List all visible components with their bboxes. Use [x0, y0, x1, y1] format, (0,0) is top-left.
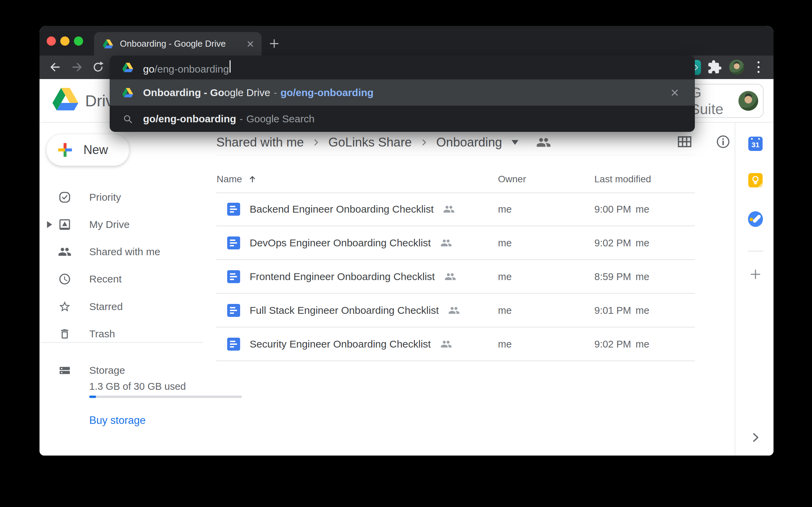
new-button[interactable]: New [46, 134, 129, 166]
forward-icon[interactable] [70, 60, 84, 74]
tab-bar: Onboarding - Google Drive [40, 26, 774, 56]
sidebar-item-shared-with-me[interactable]: Shared with me [40, 238, 203, 265]
sidebar-divider [40, 342, 203, 343]
breadcrumb-shared-with-me[interactable]: Shared with me [216, 135, 304, 150]
table-row[interactable]: Security Engineer Onboarding Checklist m… [216, 327, 695, 361]
chevron-right-icon [311, 138, 321, 147]
sidebar-item-starred[interactable]: Starred [40, 293, 203, 320]
suggestion-drive-result[interactable]: Onboarding - Google Drive-go/eng-onboard… [110, 79, 695, 106]
file-name: Security Engineer Onboarding Checklist [250, 338, 431, 350]
file-name: Full Stack Engineer Onboarding Checklist [250, 305, 439, 316]
sidebar-item-my-drive[interactable]: My Drive [40, 211, 203, 238]
table-row[interactable]: Backend Engineer Onboarding Checklist me… [216, 193, 695, 226]
zoom-window-button[interactable] [74, 36, 83, 46]
shared-people-icon [440, 338, 452, 350]
folder-menu-caret-icon[interactable] [512, 140, 518, 145]
tab-title: Onboarding - Google Drive [120, 39, 246, 49]
column-header-name[interactable]: Name [217, 174, 257, 185]
address-bar[interactable]: go/eng-onboarding [110, 56, 695, 79]
google-drive-logo-icon[interactable] [52, 88, 78, 112]
column-header-owner[interactable]: Owner [498, 174, 526, 185]
shared-people-icon [443, 203, 455, 215]
breadcrumb-onboarding[interactable]: Onboarding [436, 135, 502, 150]
browser-profile-avatar[interactable] [729, 60, 744, 75]
file-name: Frontend Engineer Onboarding Checklist [250, 271, 435, 282]
storage-usage-text: 1.3 GB of 30 GB used [89, 381, 186, 392]
url-input[interactable]: go/eng-onboarding [143, 60, 231, 75]
google-docs-icon [227, 304, 240, 317]
new-button-label: New [83, 143, 108, 157]
shared-people-icon [448, 305, 460, 316]
expand-arrow-icon[interactable] [47, 221, 52, 228]
sort-ascending-icon[interactable] [248, 174, 257, 184]
browser-tab[interactable]: Onboarding - Google Drive [94, 32, 262, 56]
my-drive-icon [58, 218, 72, 231]
breadcrumb-golinks-share[interactable]: GoLinks Share [328, 135, 412, 150]
info-icon[interactable] [716, 134, 731, 149]
grid-view-icon[interactable] [677, 136, 692, 148]
sidebar-label: Priority [89, 191, 121, 203]
calendar-icon[interactable]: 31 [748, 137, 763, 151]
browser-menu-icon[interactable] [758, 61, 760, 73]
sidebar-label: My Drive [89, 219, 129, 230]
file-table: Backend Engineer Onboarding Checklist me… [216, 193, 695, 361]
sidebar-label: Starred [89, 301, 123, 312]
side-panel-divider [735, 122, 735, 456]
sidebar-item-recent[interactable]: Recent [40, 265, 203, 293]
file-modified-time: 9:02 PM [594, 339, 631, 350]
sidebar-item-trash[interactable]: Trash [40, 320, 203, 348]
suggestion-url: go/eng-onboarding [280, 87, 373, 98]
tab-close-icon[interactable] [246, 40, 255, 48]
add-addon-icon[interactable] [748, 267, 763, 281]
sidebar-label: Recent [89, 273, 122, 285]
file-modified-time: 9:00 PM [594, 204, 631, 215]
file-modified-time: 9:01 PM [594, 305, 631, 316]
table-row[interactable]: Full Stack Engineer Onboarding Checklist… [216, 294, 695, 327]
breadcrumb-divider [216, 155, 695, 155]
file-owner: me [498, 237, 512, 249]
omnibox-popup: go/eng-onboarding Onboarding - Google Dr… [110, 56, 695, 132]
storage-progress-fill [89, 396, 96, 398]
shared-people-icon [444, 271, 456, 282]
new-tab-button[interactable] [268, 38, 280, 49]
sidebar-item-storage[interactable]: Storage [40, 357, 203, 384]
account-avatar[interactable] [738, 91, 758, 111]
tasks-icon[interactable] [748, 211, 763, 227]
suggestion-google-search[interactable]: go/eng-onboarding-Google Search [110, 106, 695, 132]
gsuite-label: G Suite [690, 84, 738, 118]
name-column-label: Name [217, 174, 242, 185]
file-modified-by: me [636, 271, 649, 282]
google-drive-favicon-icon [103, 40, 113, 48]
trash-icon [58, 328, 72, 340]
shared-folder-icon[interactable] [536, 135, 551, 150]
collapse-panel-chevron-icon[interactable] [748, 431, 763, 444]
people-icon [58, 245, 72, 259]
column-header-last-modified[interactable]: Last modified [594, 174, 651, 185]
back-icon[interactable] [48, 60, 62, 74]
sidebar-label: Trash [89, 328, 115, 340]
keep-icon[interactable] [748, 173, 763, 187]
calendar-day-label: 31 [751, 141, 759, 149]
minimize-window-button[interactable] [60, 36, 69, 46]
extensions-puzzle-icon[interactable] [707, 60, 722, 75]
table-row[interactable]: DevOps Engineer Onboarding Checklist me … [216, 226, 695, 260]
reload-icon[interactable] [91, 60, 105, 74]
drive-page: Drive G Suite New Priority [40, 79, 774, 456]
suggestion-title-bold: Onboarding - Go [143, 87, 224, 98]
file-owner: me [498, 204, 512, 215]
browser-window: Onboarding - Google Drive [40, 26, 774, 456]
file-list-panel: Shared with me GoLinks Share Onboarding [216, 122, 695, 456]
file-modified-time: 9:02 PM [594, 237, 631, 249]
table-row[interactable]: Frontend Engineer Onboarding Checklist m… [216, 260, 695, 294]
file-modified-by: me [636, 204, 649, 215]
file-owner: me [498, 305, 512, 316]
priority-check-icon [58, 191, 72, 204]
text-cursor [230, 60, 231, 73]
close-window-button[interactable] [47, 36, 56, 46]
buy-storage-button[interactable]: Buy storage [89, 414, 145, 427]
sidebar-item-priority[interactable]: Priority [40, 184, 203, 211]
chevron-right-icon [419, 138, 429, 147]
remove-suggestion-icon[interactable] [670, 88, 680, 98]
file-owner: me [498, 339, 512, 350]
google-plus-icon [57, 142, 73, 158]
